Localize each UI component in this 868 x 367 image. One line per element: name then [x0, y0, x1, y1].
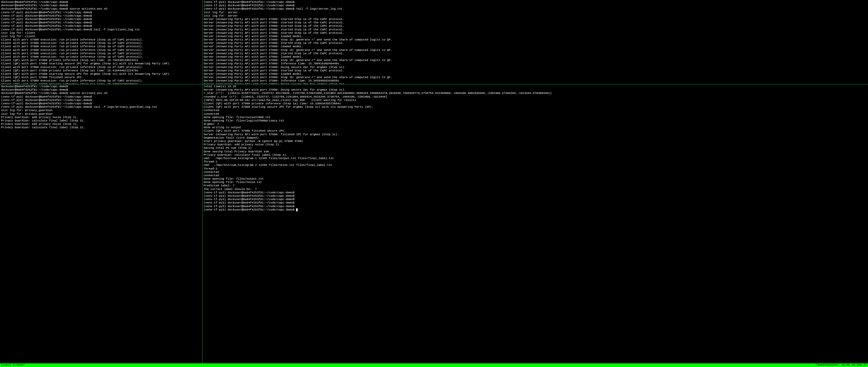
terminal-line: Privacy Guardian: calculate final label …: [204, 154, 867, 157]
terminal-line: (venv-tf-py3) dockuser@9a94f4253f91:~/co…: [1, 14, 201, 18]
terminal-line: argmax: 7: [204, 123, 867, 126]
terminal-line: Server (Answering Party AP) with port 37…: [204, 79, 867, 82]
terminal-line: Segmentation fault (core dumped): [204, 136, 867, 140]
terminal-line: connected: [204, 112, 867, 116]
terminal-line: Client (QP) with port 37000 starting sec…: [1, 72, 201, 76]
terminal-line: Server (Answering Party AP) with port 37…: [204, 59, 867, 62]
terminal-line: cmd: ./mpc/bin/sum_histogram 1 12345 fil…: [204, 157, 867, 160]
terminal-line: (venv-tf-py3) dockuser@9a94f4253f91:~/co…: [1, 24, 201, 28]
terminal-line: Server (Answering Party AP) with port 37…: [204, 66, 867, 69]
terminal-line: done writing to output: [204, 126, 867, 129]
terminal-line: Client with port 37000 execution: run pr…: [1, 45, 201, 48]
terminal-line: init log for: server: [204, 14, 867, 18]
terminal-line: (venv-tf-py3) dockuser@9a94f4253f91:~/co…: [204, 194, 867, 198]
terminal-line: init log for: privacy_guardian: [1, 109, 201, 112]
terminal-line: Client with port 37000 execution: run pr…: [1, 38, 201, 41]
terminal-line: [INFO] 2021-09-19T18:50:34z src/seal/he_…: [204, 99, 867, 102]
terminal-line: Server (Answering Party AP) with port 37…: [204, 88, 867, 92]
terminal-line: Server (Answering Party AP) with port 37…: [204, 21, 867, 24]
terminal-line: Privacy Guardian: add privacy noise (Ste…: [1, 123, 201, 126]
terminal-line: Done saving total Privacy Guardian sum.: [204, 150, 867, 154]
terminal-line: The correct label should be: 7: [204, 188, 867, 191]
terminal-line: Predicted label: 7: [204, 184, 867, 188]
terminal-line: Server (Answering Party AP) with port 37…: [204, 45, 867, 48]
terminal-line: Server (Answering Party AP) with port 37…: [204, 76, 867, 79]
terminal-line: Server (Answering Party AP) with port 37…: [204, 31, 867, 35]
status-left: [capc] 0:bash*: [1, 363, 25, 367]
terminal-line: cmd: ./mpc/bin/sum_histogram 2 12345 fil…: [204, 164, 867, 167]
terminal-line: done opening file: files/noise37000.txt: [204, 116, 867, 119]
terminal-line: dockuser@9a94f4253f91:~/code/capc-demo$: [1, 1, 201, 4]
tmux-statusbar: [capc] 0:bash* "9a94f4253f91" 18:50 19-S…: [0, 363, 868, 367]
terminal-line: (venv-tf-py3) dockuser@9a94f4253f91:~/co…: [204, 208, 867, 211]
terminal-line: init log for: privacy_guardian: [1, 112, 201, 116]
terminal-line: dockuser@9a94f4253f91:~/code/capc-demo$: [1, 4, 201, 7]
pane-top-left[interactable]: dockuser@9a94f4253f91:~/code/capc-demo$d…: [0, 0, 203, 85]
terminal-line: Privacy Guardian: add privacy noise (Ste…: [204, 143, 867, 146]
terminal-line: Client with port 37000 execution: run pr…: [1, 79, 201, 82]
terminal-line: Client (QP) with port 37000 private infe…: [1, 69, 201, 72]
terminal-line: Done opening file: files/output.txt: [204, 177, 867, 181]
terminal-line: (venv-tf-py3) dockuser@9a94f4253f91:~/co…: [204, 198, 867, 201]
terminal-line: connected: [204, 109, 867, 112]
terminal-line: (venv-tf-py3) dockuser@9a94f4253f91:~/co…: [1, 18, 201, 21]
terminal-line: dockuser@9a94f4253f91:~/code/capc-demo$ …: [1, 92, 201, 95]
terminal-line: Saving total PG sum (Step 2): [204, 146, 867, 150]
terminal-line: Server (Answering Party AP) with port 37…: [204, 41, 867, 45]
terminal-line: r_star (r*): [139413.8156772023,-2325737…: [204, 92, 867, 95]
terminal-line: Server (Answering Party AP) with port 37…: [204, 52, 867, 55]
terminal-line: Privacy Guardian: calculate final label …: [1, 119, 201, 123]
terminal-line: dockuser@9a94f4253f91:~/code/capc-demo$: [1, 85, 201, 88]
terminal-line: (venv-tf-py3) dockuser@9a94f4253f91:~/co…: [1, 102, 201, 105]
terminal-line: init log for: server: [204, 11, 867, 14]
terminal-line: connected: [204, 174, 867, 177]
terminal-line: Server (Answering Party AP) with port 37…: [204, 38, 867, 41]
pane-bottom-right[interactable]: total time(s) 15.28Server (Answering Par…: [203, 85, 868, 363]
terminal-line: Server (Answering Party AP) with port 37…: [204, 24, 867, 28]
terminal-line: (venv-tf-py3) dockuser@9a94f4253f91:~/co…: [1, 11, 201, 14]
terminal-line: (venv-tf-py3) dockuser@9a94f4253f91:~/co…: [204, 1, 867, 4]
terminal-line: Client (QP) with port 37000 private infe…: [1, 59, 201, 62]
terminal-line: rounded r_star (r*): [139413,-2325737,-1…: [204, 95, 867, 99]
terminal-line: Client with port 37000 execution: run pr…: [1, 41, 201, 45]
terminal-line: (venv-tf-py3) dockuser@9a94f4253f91:~/co…: [204, 7, 867, 11]
terminal-line: connected: [204, 170, 867, 174]
terminal-line: Privacy Guardian: add privacy noise (Ste…: [1, 116, 201, 119]
terminal-line: done opening file: files/logits37000priv…: [204, 119, 867, 123]
terminal-line: Server (Answering Party AP) with port 37…: [204, 55, 867, 59]
terminal-line: total time(s) 15.28: [204, 85, 867, 88]
terminal-line: Client (QP) with port 37000 finished sec…: [204, 129, 867, 133]
terminal-line: dockuser@9a94f4253f91:~/code/capc-demo$: [1, 88, 201, 92]
terminal-line: Thread-1: [204, 160, 867, 164]
terminal-line: (venv-tf-py3) dockuser@9a94f4253f91:~/co…: [1, 28, 201, 31]
terminal-line: Client (QP) with port 37000 starting sec…: [1, 62, 201, 65]
terminal-line: (venv-tf-py3) dockuser@9a94f4253f91:~/co…: [1, 21, 201, 24]
terminal-line: Thread-2: [204, 167, 867, 170]
terminal-line: (venv-tf-py3) dockuser@9a94f4253f91:~/co…: [1, 105, 201, 109]
terminal-line: Client with port 37000 execution: run pr…: [1, 55, 201, 59]
terminal-line: Server (Answering Party AP) with port 37…: [204, 133, 867, 136]
terminal-line: dockuser@9a94f4253f91:~/code/capc-demo$ …: [1, 7, 201, 11]
terminal-line: Client (QP) with port 37000 private infe…: [204, 102, 867, 105]
terminal-line: (venv-tf-py3) dockuser@9a94f4253f91:~/co…: [1, 95, 201, 99]
terminal-line: (venv-tf-py3) dockuser@9a94f4253f91:~/co…: [204, 201, 867, 204]
terminal-line: Client (QP) with port 37000 starting sec…: [204, 105, 867, 109]
terminal-line: (venv-tf-py3) dockuser@9a94f4253f91:~/co…: [204, 191, 867, 194]
terminal-line: Server (Answering Party AP) with port 37…: [204, 62, 867, 65]
terminal-line: (venv-tf-py3) dockuser@9a94f4253f91:~/co…: [204, 205, 867, 208]
terminal-line: init log for: client: [1, 31, 201, 35]
terminal-line: (venv-tf-py3) dockuser@9a94f4253f91:~/co…: [204, 4, 867, 7]
pane-top-right[interactable]: (venv-tf-py3) dockuser@9a94f4253f91:~/co…: [203, 0, 868, 85]
pane-bottom-left[interactable]: dockuser@9a94f4253f91:~/code/capc-demo$d…: [0, 85, 203, 363]
status-right: "9a94f4253f91" 18:50 19-Sep-21: [815, 363, 867, 367]
terminal-line: Client with port 37000 execution: run pr…: [1, 52, 201, 55]
terminal-line: Server (Answering Party AP) with port 37…: [204, 48, 867, 52]
terminal-line: Server (Answering Party AP) with port 37…: [204, 69, 867, 72]
terminal-line: init log for: client: [1, 35, 201, 38]
terminal-line: Client with port 37000 execution: run pr…: [1, 48, 201, 52]
tmux-grid: dockuser@9a94f4253f91:~/code/capc-demo$d…: [0, 0, 868, 363]
terminal-line: Done opening file: files/noise.txt: [204, 181, 867, 184]
terminal-line: (venv-tf-py3) dockuser@9a94f4253f91:~/co…: [1, 99, 201, 102]
terminal-line: Server (Answering Party AP) with port 37…: [204, 35, 867, 38]
cursor: [296, 208, 298, 211]
